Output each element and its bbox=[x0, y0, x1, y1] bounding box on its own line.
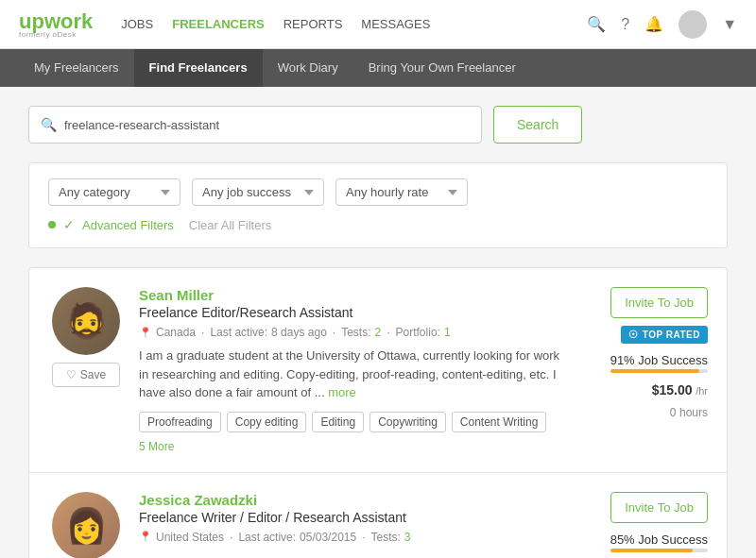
more-skills-1[interactable]: 5 More bbox=[139, 440, 570, 453]
hourly-rate-filter[interactable]: Any hourly rate bbox=[335, 178, 468, 206]
invite-button-1[interactable]: Invite To Job bbox=[610, 287, 708, 318]
subnav-work-diary[interactable]: Work Diary bbox=[263, 49, 353, 87]
hourly-label-1: /hr bbox=[696, 385, 708, 397]
nav-messages[interactable]: MESSAGES bbox=[361, 17, 430, 31]
clear-filters-link[interactable]: Clear All Filters bbox=[189, 218, 271, 232]
hours-value-1: 0 bbox=[670, 406, 677, 419]
subnav-bring-freelancer[interactable]: Bring Your Own Freelancer bbox=[353, 49, 531, 87]
invite-button-2[interactable]: Invite To Job bbox=[610, 492, 708, 523]
search-button[interactable]: Search bbox=[493, 106, 582, 144]
meta-row-2: 📍 United States · Last active: 05/03/201… bbox=[139, 531, 570, 544]
last-active-2: 05/03/2015 bbox=[300, 531, 356, 544]
job-success-text-1: 91% Job Success bbox=[610, 351, 708, 375]
hours-area-1: 0 hours bbox=[670, 405, 708, 419]
sub-nav: My Freelancers Find Freelancers Work Dia… bbox=[0, 49, 756, 87]
results-area: 🧔 ♡ Save Sean Miller Freelance Editor/Re… bbox=[28, 267, 728, 558]
freelancer-name-2: Jessica Zawadzki bbox=[139, 492, 570, 508]
filter-dot bbox=[48, 221, 56, 228]
avatar-1: 🧔 bbox=[52, 287, 120, 355]
action-col-2: Invite To Job 85% Job Success bbox=[585, 492, 708, 559]
filter-row: Any category Any job success Any hourly … bbox=[48, 178, 708, 206]
avatar-2: 👩 bbox=[52, 492, 120, 559]
freelancer-name-1: Sean Miller bbox=[139, 287, 570, 303]
action-col-1: Invite To Job ☉ TOP RATED 91% Job Succes… bbox=[585, 287, 708, 453]
advanced-filters-row: ✓ Advanced Filters Clear All Filters bbox=[48, 217, 708, 232]
search-input-wrap: 🔍 bbox=[28, 106, 482, 144]
info-col-2: Jessica Zawadzki Freelance Writer / Edit… bbox=[139, 492, 570, 559]
location-icon-2: 📍 bbox=[139, 531, 152, 543]
hourly-rate-1: $15.00 bbox=[652, 382, 693, 397]
main-content: 🔍 Search Any category Any job success An… bbox=[0, 87, 756, 558]
freelancer-card-2: 👩 Jessica Zawadzki Freelance Writer / Ed… bbox=[29, 473, 727, 559]
freelancer-card: 🧔 ♡ Save Sean Miller Freelance Editor/Re… bbox=[29, 268, 727, 473]
skill-tag[interactable]: Content Writing bbox=[452, 412, 546, 432]
heart-icon: ♡ bbox=[66, 368, 77, 381]
job-success-filter[interactable]: Any job success bbox=[192, 178, 324, 206]
skill-tag[interactable]: Proofreading bbox=[139, 412, 221, 432]
notifications-icon[interactable]: 🔔 bbox=[644, 15, 663, 33]
main-nav: JOBS FREELANCERS REPORTS MESSAGES bbox=[121, 17, 587, 31]
success-bar-wrap-2 bbox=[610, 549, 708, 552]
rate-area-1: $15.00 /hr bbox=[652, 382, 708, 397]
header-icons: 🔍 ? 🔔 ▼ bbox=[587, 10, 737, 39]
subnav-my-freelancers[interactable]: My Freelancers bbox=[19, 49, 134, 87]
job-success-label-2: 85% Job Success bbox=[610, 533, 708, 547]
skill-tag[interactable]: Editing bbox=[312, 412, 364, 432]
portfolio-1[interactable]: 1 bbox=[444, 326, 451, 339]
save-button-1[interactable]: ♡ Save bbox=[52, 363, 120, 387]
nav-jobs[interactable]: JOBS bbox=[121, 17, 153, 31]
info-col-1: Sean Miller Freelance Editor/Research As… bbox=[139, 287, 570, 453]
location-icon-1: 📍 bbox=[139, 327, 152, 339]
avatar-col-2: 👩 bbox=[48, 492, 124, 559]
last-active-1: 8 days ago bbox=[271, 326, 327, 339]
bio-1: I am a graduate student at the Universit… bbox=[139, 347, 570, 402]
advanced-filters-link[interactable]: Advanced Filters bbox=[82, 218, 174, 232]
skill-tag[interactable]: Copywriting bbox=[369, 412, 446, 432]
search-icon[interactable]: 🔍 bbox=[587, 15, 606, 33]
search-input[interactable] bbox=[64, 118, 470, 132]
success-bar-1 bbox=[610, 369, 699, 373]
skill-tag[interactable]: Copy editing bbox=[227, 412, 307, 432]
help-icon[interactable]: ? bbox=[621, 16, 629, 33]
job-success-text-2: 85% Job Success bbox=[610, 531, 708, 554]
tests-2[interactable]: 3 bbox=[404, 531, 411, 544]
nav-reports[interactable]: REPORTS bbox=[284, 17, 343, 31]
job-success-label-1: 91% Job Success bbox=[610, 353, 708, 367]
category-filter[interactable]: Any category bbox=[48, 178, 180, 206]
chevron-down-icon[interactable]: ▼ bbox=[722, 16, 737, 33]
subnav-find-freelancers[interactable]: Find Freelancers bbox=[134, 49, 263, 87]
location-1: Canada bbox=[156, 326, 196, 339]
filters-area: Any category Any job success Any hourly … bbox=[28, 162, 728, 248]
freelancer-title-2: Freelance Writer / Editor / Research Ass… bbox=[139, 510, 570, 525]
location-2: United States bbox=[156, 531, 224, 544]
avatar-col-1: 🧔 ♡ Save bbox=[48, 287, 124, 453]
skills-row-1: Proofreading Copy editing Editing Copywr… bbox=[139, 412, 570, 432]
avatar[interactable] bbox=[679, 10, 707, 39]
nav-freelancers[interactable]: FREELANCERS bbox=[172, 17, 265, 31]
success-bar-2 bbox=[610, 549, 694, 552]
shield-icon: ☉ bbox=[628, 329, 639, 341]
search-icon-inner: 🔍 bbox=[41, 117, 57, 132]
tests-1[interactable]: 2 bbox=[375, 326, 382, 339]
top-rated-badge-1: ☉ TOP RATED bbox=[621, 326, 708, 344]
success-bar-wrap-1 bbox=[610, 369, 708, 373]
search-bar-area: 🔍 Search bbox=[28, 106, 728, 144]
logo: upwork formerly oDesk bbox=[19, 9, 93, 39]
freelancer-title-1: Freelance Editor/Research Assistant bbox=[139, 305, 570, 320]
filter-icon: ✓ bbox=[63, 217, 75, 232]
hours-label-1: hours bbox=[679, 406, 708, 419]
bio-more-1[interactable]: more bbox=[328, 385, 356, 399]
meta-row-1: 📍 Canada · Last active: 8 days ago · Tes… bbox=[139, 326, 570, 339]
top-header: upwork formerly oDesk JOBS FREELANCERS R… bbox=[0, 0, 756, 49]
